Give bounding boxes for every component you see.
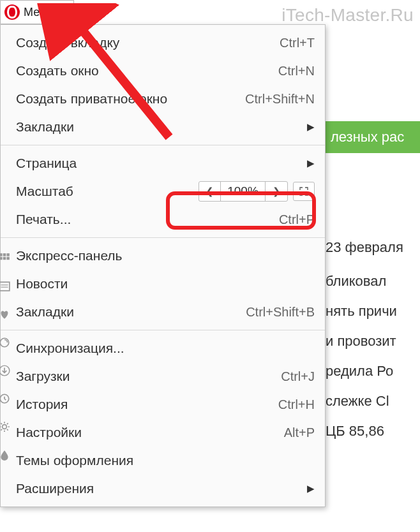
bg-fragment: редила Ро bbox=[326, 357, 414, 386]
menu-zoom-row: Масштаб ❮ 100% ❯ bbox=[1, 177, 325, 205]
svg-rect-4 bbox=[3, 257, 6, 260]
news-icon bbox=[0, 281, 10, 292]
fullscreen-button[interactable] bbox=[293, 182, 315, 201]
menu-print[interactable]: Печать... Ctrl+P bbox=[1, 205, 325, 233]
watermark-text: iTech-Master.Ru bbox=[281, 5, 414, 26]
menu-new-window[interactable]: Создать окно Ctrl+N bbox=[1, 57, 325, 85]
download-icon bbox=[0, 365, 10, 376]
chevron-right-icon: ▶ bbox=[301, 158, 315, 169]
zoom-value: 100% bbox=[221, 182, 266, 201]
zoom-in-button[interactable]: ❯ bbox=[266, 182, 287, 201]
bg-fragment: ЦБ 85,86 bbox=[326, 417, 414, 446]
side-icons bbox=[0, 253, 11, 477]
menu-button[interactable]: Меню bbox=[0, 0, 74, 24]
sync-icon bbox=[0, 337, 10, 348]
menu-new-tab[interactable]: Создать вкладку Ctrl+T bbox=[1, 29, 325, 57]
bg-date: 23 февраля bbox=[326, 233, 414, 262]
bg-fragment: и провозит bbox=[326, 327, 414, 356]
svg-point-12 bbox=[3, 425, 7, 429]
fullscreen-icon bbox=[299, 187, 308, 196]
svg-rect-3 bbox=[0, 257, 3, 260]
menu-bookmarks-submenu[interactable]: Закладки ▶ bbox=[1, 113, 325, 141]
chevron-right-icon: ▶ bbox=[301, 483, 315, 494]
menu-history[interactable]: История Ctrl+H bbox=[1, 390, 325, 418]
menu-sync[interactable]: Синхронизация... bbox=[1, 334, 325, 362]
svg-rect-2 bbox=[6, 253, 10, 256]
main-menu-dropdown: Создать вкладку Ctrl+T Создать окно Ctrl… bbox=[0, 24, 326, 507]
svg-rect-1 bbox=[3, 253, 6, 256]
grid-icon bbox=[0, 253, 10, 264]
menu-settings[interactable]: Настройки Alt+P bbox=[1, 418, 325, 447]
menu-group-2: Страница ▶ Масштаб ❮ 100% ❯ Печать... Ct… bbox=[1, 145, 325, 238]
menu-group-1: Создать вкладку Ctrl+T Создать окно Ctrl… bbox=[1, 25, 325, 145]
menu-group-3: Экспресс-панель Новости Закладки Ctrl+Sh… bbox=[1, 238, 325, 330]
menu-new-private-window[interactable]: Создать приватное окно Ctrl+Shift+N bbox=[1, 85, 325, 113]
menu-extensions[interactable]: Расширения ▶ bbox=[1, 475, 325, 503]
menu-button-label: Меню bbox=[24, 6, 55, 19]
green-banner: лезных рас bbox=[326, 121, 420, 153]
settings-icon bbox=[0, 421, 10, 432]
droplet-icon bbox=[0, 449, 10, 461]
menu-page[interactable]: Страница ▶ bbox=[1, 149, 325, 177]
menu-group-4: Синхронизация... Загрузки Ctrl+J История… bbox=[1, 330, 325, 506]
bg-fragment: нять причи bbox=[326, 297, 414, 326]
chevron-right-icon: ▶ bbox=[301, 121, 315, 133]
menu-speed-dial[interactable]: Экспресс-панель bbox=[1, 242, 325, 270]
menu-downloads[interactable]: Загрузки Ctrl+J bbox=[1, 362, 325, 390]
history-icon bbox=[0, 393, 10, 404]
zoom-out-button[interactable]: ❮ bbox=[199, 182, 221, 201]
svg-rect-0 bbox=[0, 253, 3, 256]
menu-news[interactable]: Новости bbox=[1, 270, 325, 298]
menu-bookmarks[interactable]: Закладки Ctrl+Shift+B bbox=[1, 298, 325, 326]
svg-rect-5 bbox=[6, 257, 10, 260]
heart-icon bbox=[0, 309, 10, 320]
svg-rect-6 bbox=[0, 282, 10, 291]
zoom-controls: ❮ 100% ❯ bbox=[199, 181, 315, 202]
bg-fragment: слежке Cl bbox=[326, 387, 414, 416]
menu-themes[interactable]: Темы оформления bbox=[1, 447, 325, 475]
bg-fragment: бликовал bbox=[326, 267, 414, 296]
opera-logo-icon bbox=[4, 4, 20, 20]
